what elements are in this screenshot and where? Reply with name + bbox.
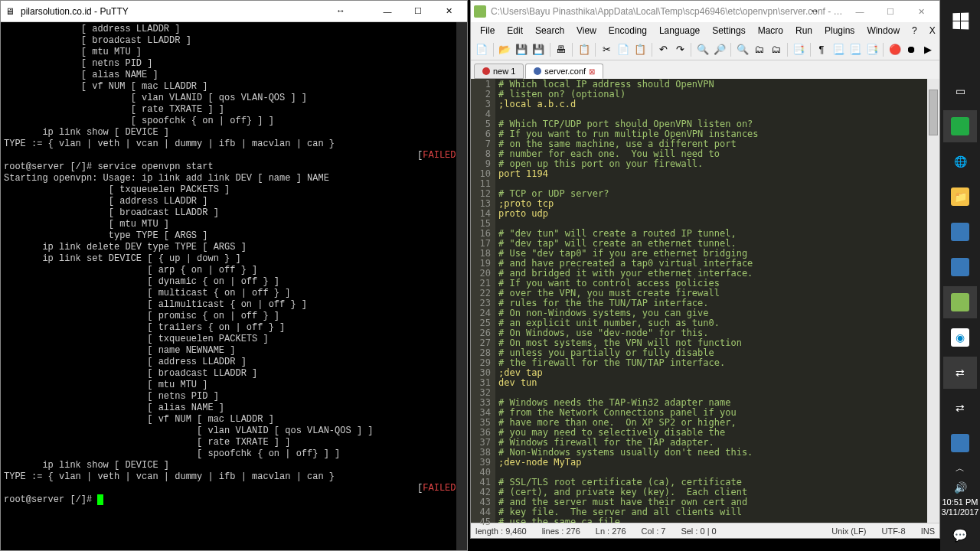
minimize-button[interactable]: —	[372, 2, 403, 21]
toolbar-btn-9[interactable]: ↶	[655, 41, 671, 58]
cortana-button[interactable]	[943, 40, 977, 72]
menu-edit[interactable]: Edit	[501, 24, 529, 37]
putty-titlebar[interactable]: 🖥 pilarsolution.co.id - PuTTY — ☐ ✕	[1, 1, 467, 22]
taskbar-app-teamviewer[interactable]: ◉	[943, 321, 977, 354]
transfer-icon: ⇄	[951, 364, 969, 382]
menu-language[interactable]: Language	[653, 24, 706, 37]
taskbar-app-transfer[interactable]: ⇄	[943, 357, 977, 389]
putty-title: pilarsolution.co.id - PuTTY	[21, 6, 372, 17]
resize-handle-icon[interactable]: ↔	[810, 5, 819, 16]
scrollbar[interactable]	[456, 22, 467, 550]
taskbar-app-chrome[interactable]: 🌐	[943, 145, 977, 178]
toolbar-btn-0[interactable]: 📄	[474, 41, 490, 58]
taskbar-app-notes[interactable]	[943, 427, 977, 459]
menu-bar: FileEditSearchViewEncodingLanguageSettin…	[471, 22, 939, 39]
close-button[interactable]: ✕	[433, 2, 464, 21]
winscp-icon	[951, 258, 969, 276]
toolbar-btn-13[interactable]: 🔍	[734, 41, 750, 58]
tab-server.conf[interactable]: server.conf⊠	[525, 64, 603, 79]
tab-bar: new 1server.conf⊠	[471, 60, 939, 79]
taskbar-app-putty[interactable]	[943, 110, 977, 142]
menu-settings[interactable]: Settings	[706, 24, 751, 37]
npp-title: C:\Users\Bayu Pinasthika\AppData\Local\T…	[491, 6, 844, 17]
scrollbar-thumb[interactable]	[929, 90, 938, 135]
notes-icon	[951, 434, 969, 452]
taskbar-app-explorer[interactable]: 📁	[943, 181, 977, 213]
menu-run[interactable]: Run	[789, 24, 818, 37]
taskbar-app-winscp[interactable]	[943, 216, 977, 248]
toolbar-btn-14[interactable]: 🗂	[751, 41, 767, 58]
taskbar-app-transfer2[interactable]: ⇄	[943, 392, 977, 424]
status-enc: UTF-8	[881, 527, 905, 536]
resize-handle-icon[interactable]: ↔	[336, 5, 345, 16]
status-sel: Sel : 0 | 0	[681, 527, 716, 536]
minimize-button[interactable]: —	[844, 2, 875, 21]
menu-file[interactable]: File	[474, 24, 501, 37]
folder-icon: 📁	[951, 187, 969, 206]
status-length: length : 9,460	[475, 527, 527, 536]
toolbar-btn-19[interactable]: 📃	[847, 41, 863, 58]
toolbar-btn-2[interactable]: 💾	[514, 41, 530, 58]
toolbar-btn-4[interactable]: 🖶	[553, 41, 569, 58]
toolbar-btn-11[interactable]: 🔍	[694, 41, 710, 58]
toolbar-btn-20[interactable]: 📑	[864, 41, 880, 58]
code-area[interactable]: # Which local IP address should OpenVPN#…	[495, 79, 927, 523]
clock[interactable]: 10:51 PM 3/11/2017	[942, 497, 979, 517]
tray-expand[interactable]: ︿	[943, 461, 977, 476]
toolbar-btn-6[interactable]: ✂	[599, 41, 615, 58]
notepadpp-icon	[951, 293, 969, 311]
chrome-icon: 🌐	[951, 152, 969, 171]
tab-new-1[interactable]: new 1	[474, 64, 524, 79]
taskbar-app-winscp2[interactable]	[943, 251, 977, 283]
status-bar: length : 9,460 lines : 276 Ln : 276 Col …	[471, 523, 939, 538]
menu-?[interactable]: ?	[906, 24, 923, 37]
taskbar-app-notepadpp[interactable]	[943, 286, 977, 318]
volume-icon: 🔊	[954, 481, 967, 494]
toolbar-btn-10[interactable]: ↷	[672, 41, 688, 58]
npp-titlebar[interactable]: C:\Users\Bayu Pinasthika\AppData\Local\T…	[471, 1, 939, 22]
line-gutter: 1234567891011121314151617181920212223242…	[471, 79, 495, 523]
menu-window[interactable]: Window	[861, 24, 906, 37]
scrollbar[interactable]	[927, 79, 939, 523]
toolbar-btn-23[interactable]: ▶	[920, 41, 936, 58]
status-lines: lines : 276	[542, 527, 580, 536]
toolbar-btn-1[interactable]: 📂	[497, 41, 513, 58]
tray-volume[interactable]: 🔊	[943, 479, 977, 496]
toolbar-btn-8[interactable]: 📋	[632, 41, 648, 58]
toolbar-btn-17[interactable]: ¶	[814, 41, 830, 58]
terminal-content[interactable]: [ address LLADDR ] [ broadcast LLADDR ] …	[1, 22, 467, 550]
menu-close[interactable]: X	[923, 24, 942, 37]
status-eol: Unix (LF)	[831, 527, 866, 536]
clock-time: 10:51 PM	[942, 497, 979, 507]
toolbar-btn-22[interactable]: ⏺	[903, 41, 920, 58]
notepadpp-window: C:\Users\Bayu Pinasthika\AppData\Local\T…	[470, 0, 940, 539]
clock-date: 3/11/2017	[942, 507, 979, 517]
toolbar-btn-16[interactable]: 📑	[791, 41, 807, 58]
menu-search[interactable]: Search	[529, 24, 570, 37]
toolbar-btn-21[interactable]: 🔴	[887, 41, 903, 58]
toolbar-btn-12[interactable]: 🔎	[711, 41, 727, 58]
menu-plugins[interactable]: Plugins	[818, 24, 861, 37]
toolbar-btn-3[interactable]: 💾	[531, 41, 547, 58]
putty-window: 🖥 pilarsolution.co.id - PuTTY — ☐ ✕ [ ad…	[0, 0, 468, 551]
toolbar-btn-15[interactable]: 🗂	[768, 41, 784, 58]
toolbar-btn-7[interactable]: 📄	[616, 41, 632, 58]
start-button[interactable]	[943, 5, 977, 37]
maximize-button[interactable]: ☐	[403, 2, 433, 21]
npp-icon	[474, 5, 486, 18]
status-col: Col : 7	[642, 527, 666, 536]
menu-macro[interactable]: Macro	[752, 24, 789, 37]
action-center[interactable]: 💬	[943, 523, 977, 546]
editor: 1234567891011121314151617181920212223242…	[471, 79, 939, 523]
task-view-button[interactable]: ▭	[943, 75, 977, 107]
taskview-icon: ▭	[951, 82, 969, 100]
toolbar-btn-18[interactable]: 📃	[830, 41, 846, 58]
menu-encoding[interactable]: Encoding	[603, 24, 653, 37]
close-button[interactable]: ✕	[906, 2, 936, 21]
status-ins: INS	[921, 527, 935, 536]
transfer-icon: ⇄	[951, 399, 969, 417]
maximize-button[interactable]: ☐	[875, 2, 906, 21]
menu-view[interactable]: View	[570, 24, 603, 37]
toolbar-btn-5[interactable]: 📋	[576, 41, 592, 58]
notification-icon: 💬	[952, 528, 968, 543]
